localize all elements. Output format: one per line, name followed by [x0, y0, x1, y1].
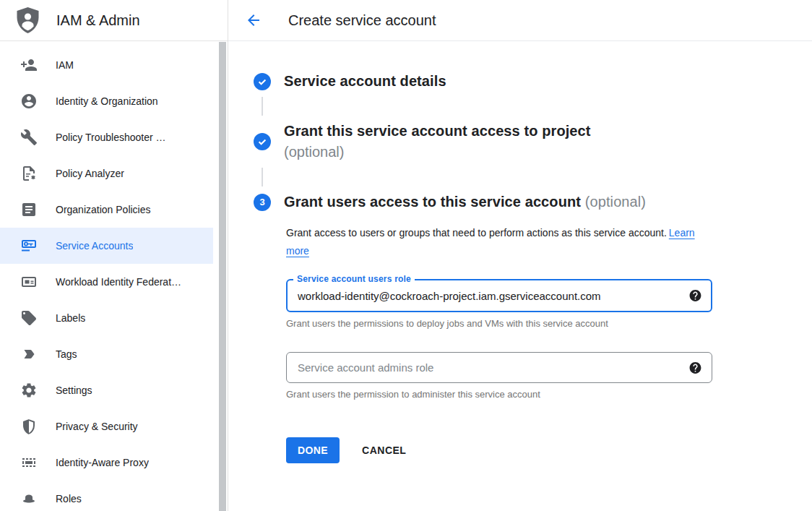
back-button[interactable]: [245, 12, 262, 29]
sidebar-item-label: Organization Policies: [56, 204, 151, 215]
sidebar-item-label: Privacy & Security: [56, 421, 138, 432]
sidebar-item-label: Workload Identity Federat…: [56, 276, 181, 288]
done-button[interactable]: DONE: [286, 437, 340, 463]
cancel-button[interactable]: CANCEL: [362, 445, 406, 456]
form-actions: DONE CANCEL: [286, 437, 812, 463]
step-connector: [262, 97, 263, 116]
step-3-body: Grant access to users or groups that nee…: [286, 224, 812, 463]
card-icon: [20, 273, 38, 291]
page-title: Create service account: [288, 12, 436, 29]
service-account-key-icon: [20, 237, 38, 254]
sidebar-item-label: Roles: [56, 493, 82, 504]
sidebar-item-settings[interactable]: Settings: [0, 372, 213, 408]
product-title: IAM & Admin: [56, 12, 140, 29]
admins-role-helper-text: Grant users the permission to administer…: [286, 389, 812, 400]
users-role-helper-text: Grant users the permissions to deploy jo…: [286, 318, 812, 329]
step-2-grant-access-to-project: Grant this service account access to pro…: [254, 121, 812, 163]
gear-icon: [20, 382, 38, 399]
sidebar-item-label: Labels: [56, 312, 85, 324]
arrow-back-icon: [245, 12, 262, 29]
sidebar-item-label: Identity-Aware Proxy: [56, 457, 149, 468]
step-3-optional: (optional): [585, 194, 646, 210]
sidebar-item-iam[interactable]: IAM: [0, 47, 213, 83]
account-circle-icon: [20, 93, 38, 110]
sidebar-item-tags[interactable]: Tags: [0, 336, 213, 372]
step-3-number-badge: 3: [254, 194, 271, 211]
sidebar-item-privacy-security[interactable]: Privacy & Security: [0, 408, 213, 445]
sidebar-item-service-accounts[interactable]: Service Accounts: [0, 228, 213, 264]
wrench-icon: [20, 129, 38, 146]
sidebar-item-label: IAM: [56, 59, 74, 71]
person-add-icon: [20, 56, 38, 74]
sidebar-item-identity-organization[interactable]: Identity & Organization: [0, 83, 213, 119]
proxy-frame-icon: [20, 454, 38, 471]
step-2-title: Grant this service account access to pro…: [284, 121, 591, 142]
shield-person-icon: [16, 7, 40, 33]
sidebar-item-label: Tags: [56, 348, 77, 360]
sidebar-header: IAM & Admin: [0, 0, 228, 41]
sidebar-item-identity-aware-proxy[interactable]: Identity-Aware Proxy: [0, 445, 213, 481]
step-1-title: Service account details: [284, 71, 446, 92]
shield-icon: [20, 418, 38, 435]
help-icon[interactable]: [688, 361, 702, 374]
help-icon[interactable]: [688, 289, 702, 303]
step-3-title: Grant users access to this service accou…: [284, 192, 646, 212]
admins-role-input[interactable]: [286, 352, 712, 383]
hat-icon: [20, 490, 38, 507]
service-account-admins-role-field: [286, 352, 712, 383]
document-gear-icon: [20, 165, 38, 182]
page-header: Create service account: [228, 0, 812, 41]
sidebar-item-policy-analyzer[interactable]: Policy Analyzer: [0, 155, 213, 192]
step-2-optional: (optional): [284, 142, 591, 163]
sidebar-item-policy-troubleshooter[interactable]: Policy Troubleshooter …: [0, 119, 213, 155]
sidebar-item-organization-policies[interactable]: Organization Policies: [0, 192, 213, 228]
sidebar-item-workload-identity-federation[interactable]: Workload Identity Federat…: [0, 264, 213, 300]
service-account-users-role-field: Service account users role: [286, 279, 712, 312]
step-1-service-account-details: Service account details: [254, 71, 812, 92]
sidebar-item-label: Identity & Organization: [56, 95, 158, 107]
tag-arrow-icon: [20, 345, 38, 363]
step-3-title-text: Grant users access to this service accou…: [284, 194, 581, 210]
sidebar-item-label: Policy Troubleshooter …: [56, 132, 166, 143]
users-role-label: Service account users role: [293, 273, 415, 285]
sidebar-item-roles[interactable]: Roles: [0, 481, 213, 511]
create-service-account-form: Service account details Grant this servi…: [228, 41, 812, 463]
sidebar-item-label: Policy Analyzer: [56, 168, 124, 179]
sidebar-item-label: Service Accounts: [56, 240, 133, 252]
step-connector: [262, 168, 263, 186]
sidebar: IAM & Admin IAM Identity & Organization: [0, 0, 228, 511]
sidebar-item-label: Settings: [56, 385, 92, 396]
label-tag-icon: [20, 309, 38, 327]
document-lines-icon: [20, 201, 38, 218]
iam-admin-app: IAM & Admin IAM Identity & Organization: [0, 0, 812, 511]
main-panel: Create service account Service account d…: [228, 0, 812, 511]
sidebar-nav: IAM Identity & Organization Policy Troub…: [0, 41, 228, 511]
description-text: Grant access to users or groups that nee…: [286, 227, 667, 239]
sidebar-item-labels[interactable]: Labels: [0, 300, 213, 336]
step-2-check-icon: [254, 133, 271, 150]
sidebar-scrollbar[interactable]: [219, 42, 226, 511]
step-3-grant-users-access: 3 Grant users access to this service acc…: [254, 192, 812, 212]
step-3-description: Grant access to users or groups that nee…: [286, 224, 698, 260]
step-1-check-icon: [254, 73, 271, 90]
